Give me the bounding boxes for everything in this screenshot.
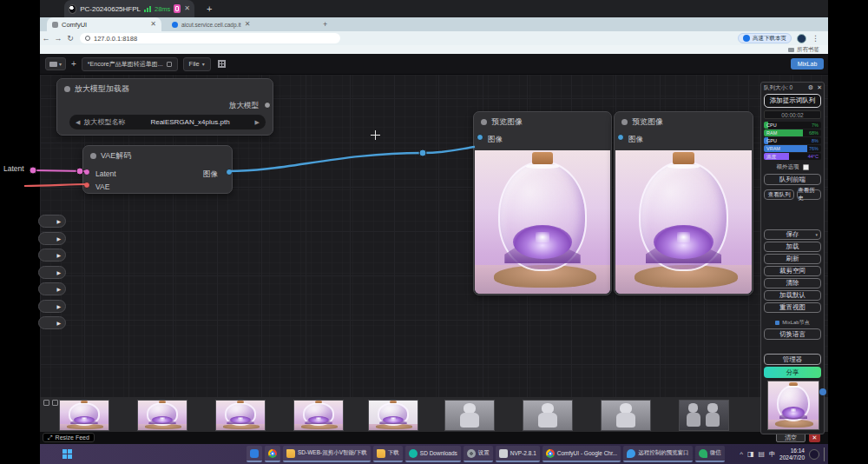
mixlab-button[interactable]: MixLab (791, 58, 824, 70)
collapsed-node-stub[interactable]: ▶ (38, 266, 66, 279)
feed-sort-icon[interactable] (52, 400, 58, 406)
feed-thumbnail[interactable] (523, 400, 573, 431)
node-vae-decode[interactable]: VAE解码 Latent VAE 图像 (82, 145, 233, 194)
view-queue-button[interactable]: 查看队列 (764, 189, 794, 200)
node-header[interactable]: 放大模型加载器 (57, 79, 273, 97)
feed-thumbnail[interactable] (59, 400, 109, 431)
remote-session-tab[interactable]: PC-20240625HFPL 28ms ✕ (64, 0, 194, 17)
close-tab-icon[interactable]: ✕ (150, 21, 156, 28)
taskbar-item-设置[interactable]: 设置 (464, 446, 493, 462)
node-collapse-dot[interactable] (64, 86, 70, 92)
extra-options-checkbox[interactable] (803, 164, 809, 170)
image-output-dot[interactable] (226, 169, 233, 176)
remote-new-tab-button[interactable]: + (207, 3, 212, 14)
taskbar-item-SD Downloads[interactable]: SD Downloads (405, 446, 461, 462)
feed-thumbnail[interactable] (444, 400, 495, 431)
profile-avatar[interactable] (797, 34, 806, 43)
image-input-dot[interactable] (617, 134, 624, 141)
manager-button[interactable]: 管理器 (764, 354, 821, 365)
reload-icon[interactable]: ↻ (64, 34, 76, 43)
last-generation-thumbnail[interactable] (767, 381, 819, 430)
feed-thumbnail[interactable] (601, 400, 651, 431)
node-preview-image-1[interactable]: 预览图像 图像 (473, 111, 612, 295)
node-collapse-dot[interactable] (621, 119, 628, 125)
forward-icon[interactable]: → (52, 34, 64, 43)
taskbar-item-微信[interactable]: 微信 (695, 446, 725, 462)
network-icon[interactable]: ▤ (759, 450, 766, 458)
sidebar-button-保存[interactable]: 保存▾ (764, 229, 821, 240)
browser-menu-icon[interactable]: ⋮ (812, 34, 819, 43)
queue-prompt-button[interactable]: 添加提示词队列 (764, 94, 821, 108)
notification-center-icon[interactable] (809, 449, 819, 460)
back-icon[interactable]: ← (40, 34, 52, 43)
node-upscale-model-loader[interactable]: 放大模型加载器 放大模型 ◀ 放大模型名称 RealESRGAN_x4plus.… (56, 78, 273, 136)
node-header[interactable]: 预览图像 (615, 112, 753, 130)
file-menu-button[interactable]: File ▾ (183, 57, 211, 71)
notification-dot[interactable] (819, 388, 826, 395)
feed-thumbnail[interactable] (679, 400, 729, 431)
taskbar-clock[interactable]: 16:14 2024/7/20 (779, 447, 805, 461)
start-button-icon[interactable] (62, 449, 72, 459)
collapsed-node-stub[interactable]: ▶ (38, 232, 66, 245)
grid-view-icon[interactable] (218, 60, 226, 68)
model-name-widget[interactable]: ◀ 放大模型名称 RealESRGAN_x4plus.pth ▶ (69, 115, 266, 129)
collapsed-node-stub[interactable]: ▶ (38, 300, 66, 313)
taskbar-item-下载[interactable]: 下载 (373, 446, 403, 462)
workflow-edit-icon[interactable] (167, 62, 172, 67)
queue-front-button[interactable]: 队列前端 (764, 174, 821, 185)
sidebar-button-加载[interactable]: 加载 (764, 242, 821, 252)
feed-mini-controls[interactable] (43, 400, 58, 406)
sidebar-button-加载默认[interactable]: 加载默认 (764, 290, 821, 301)
mixlab-toggle-row[interactable]: MixLab节点 (764, 319, 821, 327)
taskbar-item-ComfyUI - Google Chr...[interactable]: ComfyUI - Google Chr... (542, 446, 621, 462)
download-accelerator-button[interactable]: 高速下载本页 (738, 33, 792, 43)
collapsed-node-stub[interactable]: ▶ (38, 249, 66, 262)
close-tab-icon[interactable]: ✕ (245, 21, 251, 28)
taskbar-item-SD-WEB-混剪小V智能/下载[interactable]: SD-WEB-混剪小V智能/下载 (283, 446, 371, 462)
taskbar-item[interactable] (247, 446, 262, 462)
collapsed-node-stub[interactable]: ▶ (38, 215, 66, 228)
node-header[interactable]: 预览图像 (474, 112, 611, 130)
switch-language-button[interactable]: 切换语言 (764, 328, 821, 340)
node-header[interactable]: VAE解码 (83, 146, 232, 164)
address-bar[interactable]: 127.0.0.1:8188 (80, 33, 340, 43)
node-collapse-dot[interactable] (90, 153, 96, 159)
close-session-icon[interactable]: ✕ (184, 5, 190, 12)
taskbar-item-远程控制的预览窗口[interactable]: 远程控制的预览窗口 (623, 446, 693, 462)
gear-icon[interactable]: ⚙ (808, 84, 813, 91)
feed-thumbnail[interactable] (293, 400, 344, 431)
all-bookmarks-button[interactable]: 所有书签 (788, 46, 819, 54)
taskbar-item-NVP-2.8.1[interactable]: NVP-2.8.1 (496, 446, 540, 462)
close-icon[interactable]: ✕ (817, 84, 822, 91)
image-input-dot[interactable] (477, 134, 483, 141)
tray-expand-icon[interactable]: ^ (740, 450, 743, 458)
prev-value-icon[interactable]: ◀ (76, 119, 80, 126)
taskbar-item[interactable] (265, 446, 280, 462)
feed-thumbnail[interactable] (215, 400, 266, 431)
feed-toggle-icon[interactable] (43, 400, 49, 406)
feed-thumbnail[interactable] (368, 400, 418, 431)
workflow-tab[interactable]: *Encore产品草图转运单图... (82, 57, 178, 71)
resize-feed-button[interactable]: ⤢ Resize Feed (43, 433, 95, 442)
next-value-icon[interactable]: ▶ (255, 119, 260, 126)
collapsed-node-stub[interactable]: ▶ (38, 282, 66, 295)
ime-indicator[interactable]: 中 (769, 450, 775, 459)
browser-new-tab-button[interactable]: + (323, 20, 327, 29)
remote-pink-badge-icon[interactable] (174, 4, 181, 13)
share-button[interactable]: 分享 (764, 367, 821, 378)
output-dot[interactable] (264, 102, 271, 109)
node-collapse-dot[interactable] (481, 119, 487, 125)
sidebar-button-重置视图[interactable]: 重置视图 (764, 302, 821, 313)
vae-input-dot[interactable] (83, 182, 90, 189)
collapsed-node-stub[interactable]: ▶ (38, 316, 66, 329)
site-info-icon[interactable] (85, 36, 90, 41)
view-history-button[interactable]: 查看历史 (797, 189, 821, 200)
feed-thumbnail[interactable] (137, 400, 187, 431)
browser-tab-other[interactable]: aicut.service.cell.cadp.it ✕ (167, 17, 314, 31)
new-workflow-button[interactable]: + (71, 59, 76, 69)
comfyui-canvas[interactable]: ▾ + *Encore产品草图转运单图... File ▾ MixLab ▶▶▶… (40, 54, 828, 444)
sidebar-button-刷新[interactable]: 刷新 (764, 254, 821, 264)
latent-input-dot[interactable] (83, 169, 90, 176)
sidebar-button-裁剪空间[interactable]: 裁剪空间 (764, 266, 821, 276)
volume-icon[interactable]: ◨ (747, 450, 754, 458)
